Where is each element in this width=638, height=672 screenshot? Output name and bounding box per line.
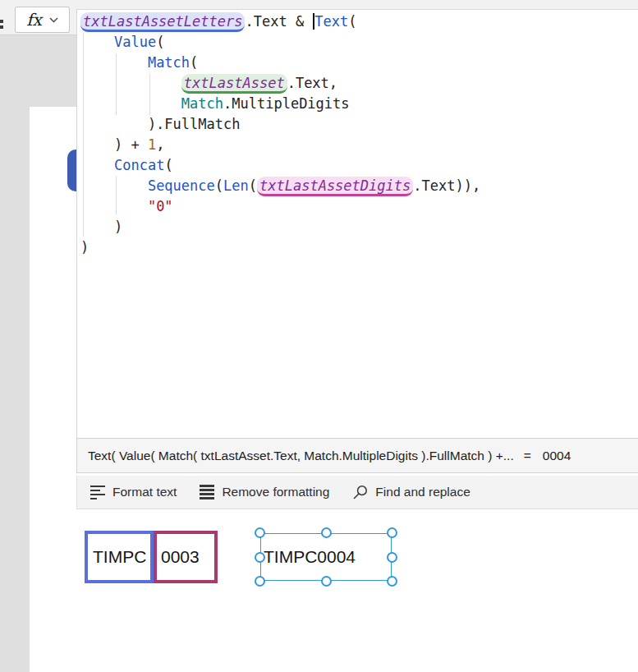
code-token bbox=[80, 177, 148, 194]
code-line[interactable]: ) bbox=[80, 217, 638, 237]
search-icon bbox=[352, 485, 368, 500]
code-line[interactable]: "0" bbox=[80, 196, 638, 217]
code-token: ( bbox=[156, 34, 164, 50]
toolbar-label: Find and replace bbox=[375, 485, 470, 499]
resize-handle[interactable] bbox=[255, 527, 265, 538]
resize-handle[interactable] bbox=[387, 576, 397, 587]
code-token: ( bbox=[348, 13, 356, 30]
resize-handle[interactable] bbox=[387, 527, 397, 538]
code-line[interactable]: ) bbox=[80, 237, 638, 258]
equals-sign: = bbox=[524, 449, 531, 463]
code-token: 1 bbox=[148, 136, 156, 153]
code-line[interactable]: Sequence(Len(txtLastAssetDigits.Text)), bbox=[80, 176, 638, 196]
code-token: ) bbox=[80, 219, 122, 235]
code-token: Len bbox=[223, 177, 249, 194]
code-line[interactable]: Match( bbox=[80, 53, 638, 73]
remove-formatting-button[interactable]: Remove formatting bbox=[200, 485, 329, 499]
code-token: .Text, bbox=[287, 75, 337, 91]
selected-label-control[interactable]: TIMPC0004 bbox=[260, 533, 392, 581]
code-token bbox=[80, 95, 181, 112]
resize-handle[interactable] bbox=[387, 552, 397, 563]
resize-handle[interactable] bbox=[255, 552, 265, 563]
studio-background bbox=[0, 35, 76, 107]
code-token: .Text)), bbox=[413, 177, 480, 194]
formula-editor[interactable]: txtLastAssetLetters.Text & Text( Value( … bbox=[76, 10, 638, 438]
power-apps-studio: fx txtLastAssetLetters.Text & Text( Valu… bbox=[0, 0, 638, 672]
code-token: Concat bbox=[114, 157, 164, 173]
code-token: ( bbox=[190, 54, 198, 71]
code-line[interactable]: txtLastAsset.Text, bbox=[80, 73, 638, 94]
toolbar-edge-fragment-icon bbox=[0, 20, 3, 31]
code-line[interactable]: Concat( bbox=[80, 155, 638, 176]
formula-bar-header: fx bbox=[0, 0, 76, 35]
left-rail bbox=[0, 107, 30, 672]
code-token: Match bbox=[181, 95, 223, 112]
code-token bbox=[80, 34, 114, 50]
toolbar-label: Format text bbox=[112, 485, 177, 499]
code-line[interactable]: Match.MultipleDigits bbox=[80, 94, 638, 114]
code-token: .MultipleDigits bbox=[223, 95, 350, 112]
code-token: ) bbox=[80, 239, 89, 255]
code-line[interactable]: ).FullMatch bbox=[80, 114, 638, 135]
format-text-icon bbox=[90, 486, 105, 499]
textbox-digits-value: 0003 bbox=[161, 547, 200, 567]
code-token bbox=[80, 157, 114, 173]
code-line[interactable]: txtLastAssetLetters.Text & Text( bbox=[80, 12, 638, 32]
control-reference-pill[interactable]: txtLastAsset bbox=[181, 74, 287, 94]
control-reference-pill[interactable]: txtLastAssetLetters bbox=[80, 12, 245, 32]
code-line[interactable]: ) + 1, bbox=[80, 135, 638, 155]
formula-result-bar: Text( Value( Match( txtLastAsset.Text, M… bbox=[76, 438, 638, 473]
code-token bbox=[80, 75, 181, 91]
canvas-button-partial[interactable] bbox=[67, 150, 76, 191]
format-text-button[interactable]: Format text bbox=[90, 485, 177, 499]
code-token bbox=[80, 198, 148, 214]
code-token: ( bbox=[215, 177, 223, 194]
selected-label-text: TIMPC0004 bbox=[264, 547, 356, 567]
code-token: Match bbox=[148, 54, 190, 71]
fx-icon: fx bbox=[26, 12, 42, 28]
code-token: ).FullMatch bbox=[80, 116, 240, 132]
textbox-digits[interactable]: 0003 bbox=[154, 531, 218, 583]
control-reference-pill[interactable]: txtLastAssetDigits bbox=[257, 177, 413, 196]
formula-toolbar: Format text Remove formatting Find and r… bbox=[76, 476, 638, 509]
formula-property-dropdown[interactable]: fx bbox=[15, 7, 70, 33]
find-and-replace-button[interactable]: Find and replace bbox=[352, 485, 470, 500]
code-token: Text bbox=[314, 13, 348, 30]
result-expression: Text( Value( Match( txtLastAsset.Text, M… bbox=[88, 449, 514, 463]
textbox-letters-value: TIMPC bbox=[93, 547, 146, 567]
code-token: Value bbox=[114, 34, 156, 50]
code-lines[interactable]: txtLastAssetLetters.Text & Text( Value( … bbox=[80, 12, 638, 258]
toolbar-label: Remove formatting bbox=[222, 485, 329, 499]
code-token: "0" bbox=[148, 198, 173, 214]
code-token bbox=[80, 54, 148, 71]
resize-handle[interactable] bbox=[321, 527, 332, 538]
code-token: , bbox=[156, 136, 164, 153]
result-value: 0004 bbox=[543, 449, 571, 463]
chevron-down-icon bbox=[49, 17, 58, 23]
remove-formatting-icon bbox=[200, 485, 214, 499]
resize-handle[interactable] bbox=[321, 576, 332, 587]
top-strip bbox=[76, 0, 638, 10]
code-token: .Text & bbox=[245, 13, 312, 30]
textbox-letters[interactable]: TIMPC bbox=[85, 531, 154, 583]
code-token: ( bbox=[164, 157, 172, 173]
code-line[interactable]: Value( bbox=[80, 32, 638, 53]
code-token: Sequence bbox=[148, 177, 215, 194]
code-token: ( bbox=[249, 177, 257, 194]
resize-handle[interactable] bbox=[255, 576, 265, 587]
code-token: ) + bbox=[80, 136, 148, 153]
